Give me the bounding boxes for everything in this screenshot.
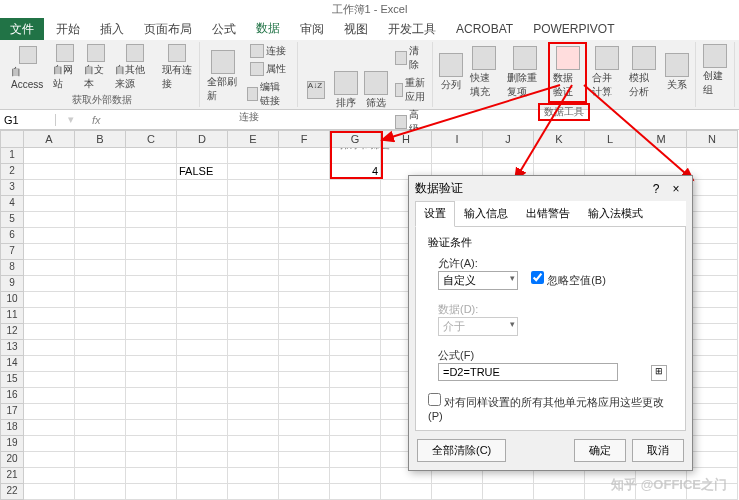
cell[interactable] [228,340,279,356]
cell[interactable] [585,148,636,164]
cell[interactable] [75,212,126,228]
cell[interactable] [24,372,75,388]
cell[interactable] [24,164,75,180]
cell[interactable] [126,196,177,212]
cell[interactable] [687,244,738,260]
cell[interactable] [687,308,738,324]
cell[interactable] [126,420,177,436]
cell[interactable] [24,484,75,500]
row-header[interactable]: 7 [0,244,24,260]
cancel-button[interactable]: 取消 [632,439,684,462]
cell[interactable] [534,148,585,164]
row-header[interactable]: 15 [0,372,24,388]
row-header[interactable]: 12 [0,324,24,340]
btn-connections[interactable]: 连接 [244,42,293,60]
cell[interactable] [330,324,381,340]
cell[interactable] [24,452,75,468]
cell[interactable] [24,180,75,196]
cell[interactable] [330,180,381,196]
cell[interactable] [687,404,738,420]
cell[interactable] [177,420,228,436]
cell[interactable] [687,356,738,372]
cell[interactable] [330,212,381,228]
cell[interactable] [228,196,279,212]
cell[interactable] [75,388,126,404]
cell[interactable] [279,180,330,196]
cell[interactable] [483,148,534,164]
cell[interactable] [75,340,126,356]
cell[interactable] [279,260,330,276]
cell[interactable] [126,228,177,244]
cell[interactable] [177,308,228,324]
cell[interactable] [228,404,279,420]
cell[interactable] [24,324,75,340]
cell[interactable] [279,324,330,340]
row-header[interactable]: 1 [0,148,24,164]
cell[interactable] [24,212,75,228]
cell[interactable] [432,484,483,500]
tab-powerpivot[interactable]: POWERPIVOT [523,19,624,39]
tab-insert[interactable]: 插入 [90,18,134,41]
cell[interactable] [330,196,381,212]
cell[interactable] [228,420,279,436]
cell[interactable] [279,164,330,180]
row-header[interactable]: 17 [0,404,24,420]
cell[interactable] [177,452,228,468]
cell[interactable] [24,404,75,420]
cell[interactable] [279,452,330,468]
cell[interactable] [24,196,75,212]
cell[interactable] [75,228,126,244]
cell[interactable] [279,308,330,324]
cell[interactable] [24,244,75,260]
cell[interactable] [228,372,279,388]
btn-sort-az[interactable]: A↓Z [302,42,330,138]
cell[interactable] [126,212,177,228]
cell[interactable] [24,420,75,436]
cell[interactable] [330,228,381,244]
cell[interactable] [177,148,228,164]
btn-flash-fill[interactable]: 快速填充 [467,42,502,103]
cell[interactable] [330,420,381,436]
cell[interactable] [24,340,75,356]
cell[interactable] [330,260,381,276]
tab-formulas[interactable]: 公式 [202,18,246,41]
cell[interactable] [24,260,75,276]
cell[interactable] [177,276,228,292]
cell[interactable] [330,340,381,356]
cell[interactable] [75,164,126,180]
btn-group[interactable]: 创建组 [700,42,730,99]
dlg-tab-settings[interactable]: 设置 [415,201,455,227]
btn-remove-dupes[interactable]: 删除重复项 [504,42,546,103]
cell[interactable] [228,148,279,164]
name-box[interactable]: G1 [0,114,56,126]
cell[interactable] [24,276,75,292]
cell[interactable] [279,404,330,420]
cell[interactable] [228,292,279,308]
cell[interactable] [177,356,228,372]
col-header[interactable]: N [687,130,738,148]
cell[interactable] [177,228,228,244]
btn-properties[interactable]: 属性 [244,60,293,78]
col-header[interactable]: A [24,130,75,148]
cell[interactable] [24,228,75,244]
cell[interactable] [228,356,279,372]
cell[interactable] [228,388,279,404]
btn-reapply[interactable]: 重新应用 [392,74,428,106]
cell[interactable] [177,180,228,196]
cell[interactable] [75,404,126,420]
ignore-blank-checkbox[interactable]: 忽略空值(B) [531,274,606,286]
cell[interactable] [687,436,738,452]
dlg-tab-input[interactable]: 输入信息 [455,201,517,226]
cell[interactable] [126,308,177,324]
cell[interactable] [24,468,75,484]
cell[interactable] [75,420,126,436]
cell[interactable] [279,212,330,228]
cell[interactable] [330,292,381,308]
cell[interactable] [75,372,126,388]
row-header[interactable]: 13 [0,340,24,356]
cell[interactable] [228,212,279,228]
cell[interactable] [177,324,228,340]
cell[interactable] [177,388,228,404]
cell[interactable] [636,148,687,164]
btn-sort[interactable]: 排序 [332,42,360,138]
